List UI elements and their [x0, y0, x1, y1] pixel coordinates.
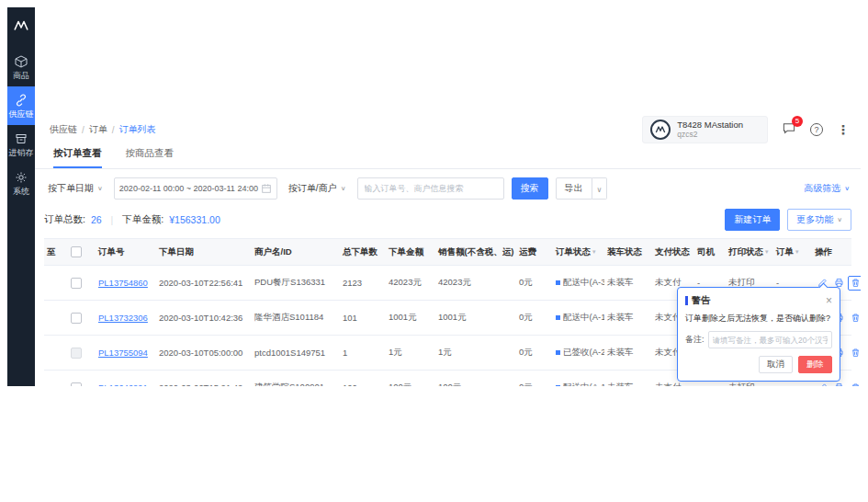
order-status: 配送中(A-1-1): [553, 312, 604, 324]
delete-button[interactable]: 删除: [798, 356, 832, 373]
delete-icon[interactable]: [848, 381, 861, 387]
order-status: 配送中(A-1-1): [553, 382, 604, 386]
order-date: 2020-03-10T10:42:36: [156, 313, 252, 323]
col-print: 打印状态▾: [726, 246, 773, 258]
date-range-input[interactable]: [114, 177, 277, 200]
kebab-menu-icon: ⋮: [837, 122, 850, 137]
help-icon: ?: [810, 123, 823, 136]
divider: |: [111, 214, 114, 225]
sales-amount: 42023元: [435, 277, 516, 289]
order-number-link[interactable]: PL13754860: [98, 278, 148, 288]
topbar-right: T8428 MAstation qzcs2 5 ? ⋮: [642, 116, 850, 143]
breadcrumb-item[interactable]: 订单: [89, 123, 107, 136]
more-functions-button[interactable]: 更多功能 ∨: [787, 209, 851, 231]
row-checkbox[interactable]: [71, 313, 82, 324]
freight: 0元: [516, 382, 553, 386]
filter-caret-icon[interactable]: ▾: [765, 248, 769, 256]
sidebar-item-label: 商品: [13, 71, 29, 80]
goods-cube-icon: [15, 55, 28, 68]
select-all-checkbox[interactable]: [71, 246, 82, 257]
user-account: qzcs2: [677, 130, 743, 140]
order-number-link[interactable]: PL13646991: [98, 382, 148, 386]
order-count: 101: [340, 313, 386, 323]
chevron-down-icon: ∨: [844, 185, 850, 191]
col-pay: 支付状态: [652, 246, 694, 258]
delete-icon[interactable]: [848, 346, 861, 360]
order-count: 1: [340, 348, 386, 358]
calendar-icon: [261, 183, 272, 194]
confirm-message: 订单删除之后无法恢复，是否确认删除?: [685, 313, 832, 325]
merchant-name: 建筑学院S100901: [252, 382, 340, 386]
more-menu-button[interactable]: ⋮: [837, 122, 850, 137]
sidebar-item-label: 系统: [13, 187, 29, 196]
order-status: 配送中(A-3-1): [553, 277, 604, 289]
order-date: 2020-03-06T15:21:42: [156, 382, 252, 386]
tab-product-view[interactable]: 按商品查看: [126, 147, 175, 168]
order-amount: 42023元: [386, 277, 435, 289]
date-type-select[interactable]: 按下单日期 ∨: [44, 182, 107, 195]
sidebar-item-system[interactable]: 系统: [7, 164, 35, 202]
breadcrumb-current: 订单列表: [119, 123, 156, 136]
load-status: 未装车: [604, 312, 652, 324]
sales-amount: 100元: [435, 382, 516, 386]
load-status: 未装车: [604, 277, 652, 289]
note-input[interactable]: [708, 331, 832, 348]
freight: 0元: [516, 277, 553, 289]
filter-caret-icon[interactable]: ▾: [795, 248, 799, 256]
chevron-down-icon: ∨: [97, 185, 103, 191]
sidebar-item-supply-chain[interactable]: 供应链: [7, 86, 35, 125]
user-info[interactable]: T8428 MAstation qzcs2: [642, 116, 768, 143]
order-count: 2123: [340, 278, 386, 288]
delete-icon[interactable]: [848, 311, 861, 325]
new-order-button[interactable]: 新建订单: [725, 209, 780, 231]
popover-header: 警告 ×: [685, 294, 832, 307]
sidebar-item-inventory[interactable]: 进销存: [7, 125, 35, 164]
freight: 0元: [516, 312, 553, 324]
search-input[interactable]: [357, 177, 504, 200]
load-status: 未装车: [604, 382, 652, 386]
delete-icon[interactable]: [848, 276, 861, 291]
merchant-name: PDU餐厅S136331: [252, 277, 340, 289]
order-number-link[interactable]: PL13732306: [98, 313, 148, 323]
order-count: 100: [340, 382, 386, 386]
order-number-link[interactable]: PL13755094: [98, 348, 148, 358]
col-freight: 运费: [516, 246, 553, 258]
sidebar-item-label: 进销存: [9, 148, 34, 157]
row-checkbox[interactable]: [71, 278, 82, 289]
advanced-filter-link[interactable]: 高级筛选 ∨: [804, 182, 851, 195]
filter-caret-icon[interactable]: ▾: [592, 248, 596, 256]
gear-icon: [15, 171, 28, 184]
advanced-filter-label: 高级筛选: [804, 182, 840, 195]
warning-bar: [685, 296, 688, 305]
chain-link-icon: [15, 94, 28, 107]
note-row: 备注:: [685, 331, 832, 348]
col-driver: 司机: [694, 246, 726, 258]
search-button[interactable]: 搜索: [512, 177, 548, 200]
breadcrumb-item[interactable]: 供应链: [50, 123, 77, 136]
summary-actions: 新建订单 更多功能 ∨: [725, 209, 851, 231]
order-count-value: 26: [91, 214, 102, 225]
export-dropdown-button[interactable]: ∨: [592, 177, 608, 200]
sidebar-item-goods[interactable]: 商品: [7, 48, 35, 86]
view-tabs: 按订单查看 按商品查看: [35, 145, 861, 169]
messages-button[interactable]: 5: [782, 121, 796, 139]
date-range-value[interactable]: [119, 184, 261, 193]
search-type-select[interactable]: 按订单/商户 ∨: [285, 182, 350, 195]
row-checkbox[interactable]: [71, 348, 82, 359]
export-button[interactable]: 导出: [556, 177, 592, 200]
more-functions-label: 更多功能: [796, 213, 833, 226]
merchant-name: 隆华酒店S101184: [252, 312, 340, 324]
summary-bar: 订单总数: 26 | 下单金额: ¥156331.00 新建订单 更多功能 ∨: [44, 209, 851, 231]
date-type-label: 按下单日期: [48, 182, 94, 195]
status-dot: [556, 315, 560, 320]
col-sales: 销售额(不含税、运): [435, 246, 516, 258]
topbar: 供应链 / 订单 / 订单列表 T8428 MAstation qzcs2: [35, 114, 861, 145]
cancel-button[interactable]: 取消: [759, 356, 793, 373]
col-merchant: 商户名/ID: [252, 246, 340, 258]
row-checkbox[interactable]: [71, 382, 82, 387]
close-icon[interactable]: ×: [826, 296, 832, 305]
help-button[interactable]: ?: [810, 123, 823, 136]
tab-order-view[interactable]: 按订单查看: [53, 147, 102, 168]
search-type-label: 按订单/商户: [288, 182, 337, 195]
chevron-down-icon: ∨: [597, 186, 603, 194]
